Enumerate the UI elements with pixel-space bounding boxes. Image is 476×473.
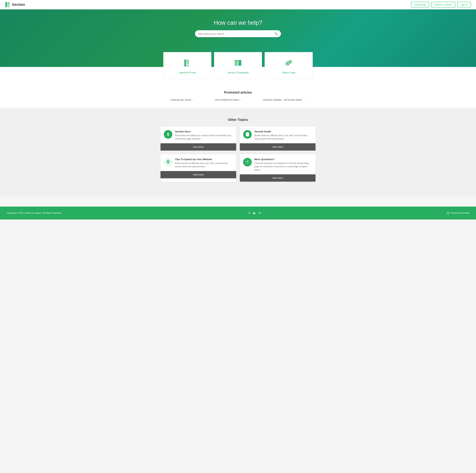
section-docs-title: Section Docs (175, 130, 233, 133)
aperture-portal-label: Aperture Portal (167, 71, 208, 74)
tips-speed-info: Tips To Speed Up Your Website Broken dow… (175, 158, 233, 168)
header-nav: Community Submit a request Sign in (411, 2, 471, 7)
varnish-guide-title: Varnish Guide (254, 130, 312, 133)
gears-icon (268, 59, 309, 69)
section-docs-desc: Find all the information you need to bui… (175, 134, 233, 140)
promoted-article-2-label: Overview Settings - Full Screen Mode (263, 99, 302, 101)
zendesk-icon: Z (447, 212, 449, 214)
hero-heading: How can we help? (3, 19, 473, 26)
varnish-guide-card: Varnish Guide Broken down by difficulty … (240, 126, 316, 151)
search-bar: 🔍 (195, 30, 281, 37)
more-questions-card: ? More Questions? Can't find what you ar… (240, 154, 316, 182)
section-docs-info: Section Docs Find all the information yo… (175, 130, 233, 140)
other-topics-section: Other Topics Section Docs (157, 110, 319, 190)
svg-point-13 (289, 61, 291, 63)
section-docs-body: Section Docs Find all the information yo… (160, 126, 236, 143)
section-changelog-card[interactable]: Section Changelog (214, 52, 262, 79)
header: Section Community Submit a request Sign … (0, 0, 476, 9)
sign-in-button[interactable]: Sign in (457, 2, 471, 7)
tips-speed-card: Tips To Speed Up Your Website Broken dow… (160, 154, 236, 182)
more-questions-desc: Can't find what you are looking for? Vis… (254, 162, 312, 171)
svg-rect-1 (8, 2, 9, 6)
search-input[interactable] (198, 32, 274, 35)
zendesk-label: Powered by Zendesk (451, 212, 469, 214)
footer-social: 𝕏 ▶ in (248, 211, 261, 215)
topics-grid: Section Docs Find all the information yo… (160, 126, 316, 182)
promoted-article-1-label: User Preferences Menu (215, 99, 239, 101)
svg-rect-2 (8, 6, 9, 7)
footer-copyright: Copyright © 2020. section.io support. Al… (7, 212, 62, 214)
question-icon: ? (243, 158, 252, 167)
tips-speed-body: Tips To Speed Up Your Website Broken dow… (160, 154, 236, 171)
varnish-guide-info: Varnish Guide Broken down by difficulty … (254, 130, 312, 140)
arrow-icon-0: → (192, 98, 195, 101)
svg-rect-7 (238, 60, 241, 66)
svg-rect-16 (167, 135, 168, 135)
submit-request-button[interactable]: Submit a request (431, 2, 455, 7)
svg-rect-5 (187, 65, 189, 67)
status-page-card[interactable]: Status Page (265, 52, 313, 79)
section-changelog-label: Section Changelog (218, 71, 259, 74)
twitter-icon[interactable]: 𝕏 (248, 211, 250, 215)
aperture-icon (167, 59, 208, 69)
svg-rect-6 (235, 60, 238, 66)
arrow-icon-1: → (240, 98, 243, 101)
linkedin-icon[interactable]: in (259, 211, 261, 215)
footer: Copyright © 2020. section.io support. Al… (0, 207, 476, 220)
logo[interactable]: Section (5, 2, 25, 8)
more-questions-body: ? More Questions? Can't find what you ar… (240, 154, 316, 174)
svg-text:Z: Z (448, 212, 449, 214)
rocket-icon (164, 130, 172, 139)
section-docs-btn[interactable]: View More (160, 143, 236, 151)
svg-point-15 (168, 133, 169, 134)
promoted-heading: Promoted articles (162, 91, 314, 94)
logo-text: Section (12, 2, 25, 7)
other-topics-heading: Other Topics (160, 118, 316, 122)
tips-speed-btn[interactable]: View More (160, 171, 236, 178)
svg-point-11 (287, 63, 288, 64)
promoted-links: Clearing Site Cache → User Preferences M… (162, 98, 314, 101)
search-icon: 🔍 (274, 32, 278, 35)
varnish-guide-desc: Broken down by difficulty level, cost, R… (254, 134, 312, 140)
promoted-article-0-label: Clearing Site Cache (170, 99, 191, 101)
varnish-guide-btn[interactable]: View More (240, 143, 316, 151)
promoted-link-2[interactable]: Overview Settings - Full Screen Mode → (263, 98, 306, 101)
bookmark-icon (243, 130, 252, 139)
svg-rect-4 (187, 60, 189, 64)
quick-links-row: Aperture Portal Section Changelog (159, 52, 317, 79)
aperture-portal-card[interactable]: Aperture Portal (163, 52, 211, 79)
community-button[interactable]: Community (411, 2, 429, 7)
svg-rect-17 (169, 135, 169, 135)
section-docs-card: Section Docs Find all the information yo… (160, 126, 236, 151)
book-icon (218, 59, 259, 69)
varnish-guide-body: Varnish Guide Broken down by difficulty … (240, 126, 316, 143)
svg-text:?: ? (247, 160, 248, 164)
youtube-icon[interactable]: ▶ (253, 211, 256, 215)
footer-zendesk: Z Powered by Zendesk (447, 212, 469, 214)
promoted-section: Promoted articles Clearing Site Cache → … (159, 84, 317, 106)
arrow-icon-2: → (303, 98, 306, 101)
svg-point-21 (168, 160, 169, 162)
pin-icon (164, 158, 172, 167)
promoted-link-1[interactable]: User Preferences Menu → (215, 98, 243, 101)
tips-speed-title: Tips To Speed Up Your Website (175, 158, 233, 161)
promoted-link-0[interactable]: Clearing Site Cache → (170, 98, 195, 101)
status-page-label: Status Page (268, 71, 309, 74)
svg-rect-3 (184, 60, 186, 67)
tips-speed-desc: Broken down by difficulty level, cost, R… (175, 162, 233, 168)
more-questions-title: More Questions? (254, 158, 312, 161)
more-questions-btn[interactable]: View More (240, 174, 316, 182)
more-questions-info: More Questions? Can't find what you are … (254, 158, 312, 171)
svg-rect-0 (5, 2, 7, 7)
